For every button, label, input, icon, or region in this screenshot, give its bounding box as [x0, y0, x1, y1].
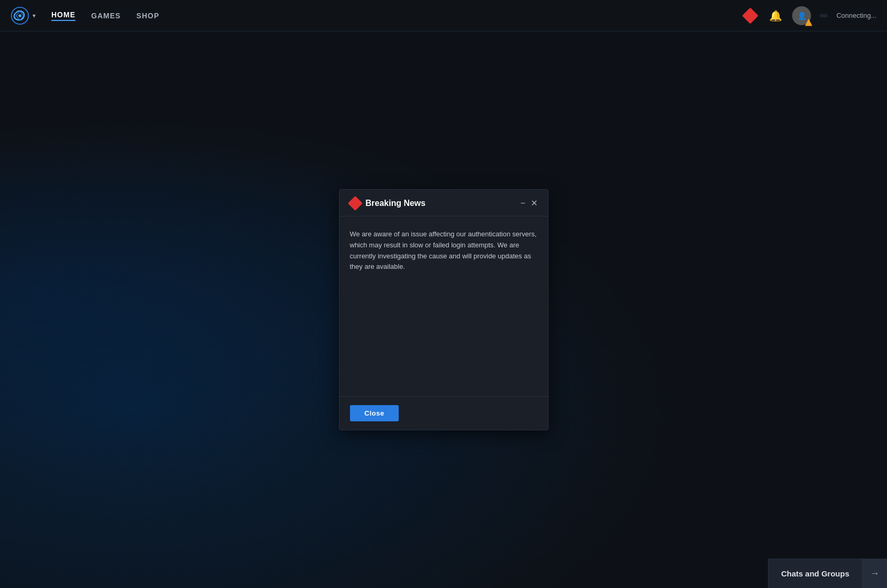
modal-title: Breaking News	[366, 199, 426, 208]
main-content: Breaking News − ✕ We are aware of an iss…	[0, 31, 887, 588]
nav-link-shop[interactable]: SHOP	[136, 12, 159, 20]
modal-controls: − ✕	[520, 199, 537, 208]
svg-point-1	[18, 14, 21, 17]
diamond-icon	[742, 7, 759, 24]
nav-link-games[interactable]: GAMES	[91, 12, 121, 20]
close-button[interactable]: Close	[350, 405, 399, 421]
nav-link-home[interactable]: HOME	[51, 10, 75, 21]
breaking-news-modal: Breaking News − ✕ We are aware of an iss…	[339, 189, 549, 430]
bell-icon: 🔔	[769, 9, 782, 22]
logo-icon	[10, 6, 29, 25]
modal-overlay: Breaking News − ✕ We are aware of an iss…	[0, 31, 887, 588]
modal-close-x-button[interactable]: ✕	[531, 199, 538, 208]
modal-title-area: Breaking News	[350, 198, 426, 209]
expand-arrow-icon: →	[870, 568, 880, 579]
modal-footer: Close	[340, 396, 548, 430]
navbar: ▾ HOME GAMES SHOP 🔔 👤 Connecting...	[0, 0, 887, 31]
nav-right: 🔔 👤 Connecting...	[742, 6, 877, 25]
modal-minimize-button[interactable]: −	[520, 199, 525, 208]
avatar-initials: 👤	[797, 12, 806, 20]
diamond-alert-button[interactable]	[742, 7, 759, 24]
chats-and-groups-label[interactable]: Chats and Groups	[769, 569, 862, 578]
modal-header: Breaking News − ✕	[340, 190, 548, 216]
nav-links: HOME GAMES SHOP	[51, 10, 742, 21]
chats-expand-button[interactable]: →	[862, 559, 887, 589]
modal-body: We are aware of an issue affecting our a…	[340, 216, 548, 396]
chats-and-groups-bar[interactable]: Chats and Groups →	[768, 559, 887, 588]
logo-dropdown-arrow[interactable]: ▾	[32, 12, 36, 19]
user-avatar-area[interactable]: 👤	[792, 6, 811, 25]
app-logo[interactable]: ▾	[10, 6, 36, 25]
username-badge	[819, 14, 828, 17]
modal-message: We are aware of an issue affecting our a…	[350, 229, 538, 273]
notification-bell-button[interactable]: 🔔	[767, 7, 784, 24]
modal-diamond-icon	[347, 196, 362, 211]
connecting-status: Connecting...	[836, 12, 877, 19]
